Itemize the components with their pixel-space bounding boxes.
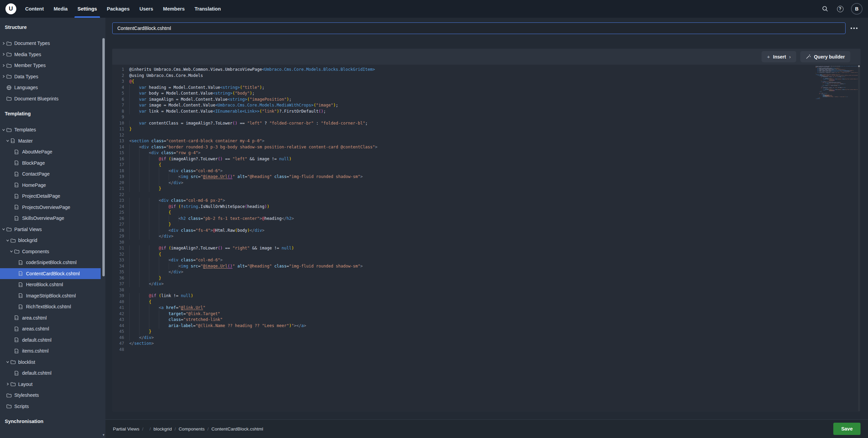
code-line[interactable]: </section> [129,341,861,347]
nav-item-packages[interactable]: Packages [107,0,130,18]
tree-item-default-cshtml[interactable]: default.cshtml [0,368,105,379]
tree-item-document-types[interactable]: Document Types [0,38,105,49]
tree-item-default-cshtml[interactable]: default.cshtml [0,335,105,346]
query-builder-button[interactable]: Query builder [800,51,850,62]
tree-item-aboutmepage[interactable]: AboutMePage [0,146,105,158]
breadcrumb-item-blockgrid[interactable]: blockgrid [153,426,172,432]
code-line[interactable]: { [129,210,861,216]
code-line[interactable]: { [129,252,861,258]
tree-item-blocklist[interactable]: blocklist [0,357,105,368]
code-line[interactable]: var link = Model.Content.Value<IEnumerab… [129,109,861,115]
chevron-right-icon[interactable] [2,64,6,67]
code-line[interactable]: <div class="col-md-6"> [129,168,861,174]
tree-item-richtextblock-cshtml[interactable]: RichTextBlock.cshtml [0,301,105,312]
tree-item-imagestripblock-cshtml[interactable]: ImageStripBlock.cshtml [0,290,105,302]
nav-item-users[interactable]: Users [139,0,153,18]
tree-item-areas-cshtml[interactable]: areas.cshtml [0,323,105,335]
chevron-right-icon[interactable] [2,75,6,78]
tree-item-blockgrid[interactable]: blockgrid [0,235,105,246]
code-line[interactable]: @{ [129,79,861,85]
user-avatar[interactable]: B [851,3,863,15]
help-icon[interactable]: ? [836,5,844,13]
code-line[interactable] [129,192,861,198]
code-line[interactable]: } [129,126,861,132]
code-line[interactable]: <div class="row g-4"> [129,150,861,156]
code-line[interactable]: </div> [129,281,861,287]
sidebar-scrollbar-thumb[interactable] [102,38,105,276]
code-line[interactable]: var imageAlign = Model.Content.Value<str… [129,97,861,103]
code-editor-content[interactable]: 1234567891011121314151617181920212223242… [112,65,861,412]
tree-item-skillsoverviewpage[interactable]: SkillsOverviewPage [0,213,105,224]
tree-item-codesnipetblock-cshtml[interactable]: codeSnipetBlock.cshtml [0,257,105,268]
nav-item-members[interactable]: Members [163,0,185,18]
code-line[interactable]: <div class="col-md-6 px-2"> [129,198,861,204]
code-line[interactable]: @if (imageAlign?.ToLower() == "right" &&… [129,245,861,252]
scroll-down-arrow-icon[interactable]: ▼ [102,433,105,437]
code-line[interactable] [129,347,861,353]
sidebar-scrollbar[interactable]: ▼ [102,36,105,438]
umbraco-logo-icon[interactable]: U [5,3,16,14]
chevron-down-icon[interactable] [10,250,14,253]
tree-item-blockpage[interactable]: BlockPage [0,158,105,169]
nav-item-media[interactable]: Media [54,0,68,18]
code-line[interactable] [129,287,861,293]
code-line[interactable]: <h2 class="pb-2 fs-1 text-center">@headi… [129,216,861,222]
tree-item-stylesheets[interactable]: Stylesheets [0,390,105,401]
tree-item-document-blueprints[interactable]: Document Blueprints [0,93,105,104]
save-button[interactable]: Save [833,423,861,435]
more-options-button[interactable] [848,22,861,34]
code-line[interactable]: </div> [129,180,861,186]
insert-button[interactable]: + Insert › [762,51,796,62]
tree-item-languages[interactable]: Languages [0,82,105,93]
code-line[interactable]: } [129,275,861,281]
code-line[interactable]: <div class="col-md-6"> [129,257,861,263]
tree-item-components[interactable]: Components [0,246,105,257]
editor-scrollbar-thumb[interactable] [858,65,860,67]
code-line[interactable]: <section class="content-card-block conta… [129,138,861,144]
code-line[interactable]: @if (link != null) [129,293,861,299]
code-line[interactable] [129,132,861,139]
tree-item-contentcardblock-cshtml[interactable]: ContentCardBlock.cshtml [0,268,101,279]
chevron-down-icon[interactable] [6,360,11,363]
tree-item-partial-views[interactable]: Partial Views [0,224,105,235]
chevron-right-icon[interactable] [6,383,11,386]
code-line[interactable]: var contentClass = imageAlign?.ToLower()… [129,120,861,127]
code-line[interactable]: </div> [129,269,861,275]
search-icon[interactable] [821,5,829,13]
chevron-down-icon[interactable] [6,139,11,142]
code-line[interactable]: aria-label="@(link.Name ?? heading ?? "L… [129,323,861,329]
nav-item-content[interactable]: Content [25,0,44,18]
code-line[interactable]: var body = Model.Content.Value<string>("… [129,91,861,97]
breadcrumb-item-contentcardblock-cshtml[interactable]: ContentCardBlock.cshtml [211,426,263,432]
code-line[interactable]: <img src="@image.Url()" alt="@heading" c… [129,174,861,180]
code-line[interactable]: <div class="fs-4">@Html.Raw(body)</div> [129,228,861,234]
chevron-down-icon[interactable] [6,239,11,242]
tree-item-data-types[interactable]: Data Types [0,71,105,82]
code-line[interactable]: @inherits Umbraco.Cms.Web.Common.Views.U… [129,67,861,73]
code-line[interactable]: { [129,162,861,168]
code-line[interactable]: var heading = Model.Content.Value<string… [129,85,861,91]
code-line[interactable]: <div class="border rounded-3 p-3 bg-body… [129,144,861,150]
tree-item-projectdetailpage[interactable]: ProjectDetailPage [0,191,105,202]
code-line[interactable]: { [129,299,861,305]
code-line[interactable]: <a href="@link.Url" [129,305,861,311]
code-line[interactable]: target="@link.Target" [129,311,861,317]
chevron-down-icon[interactable] [2,128,6,131]
tree-item-master[interactable]: Master [0,135,105,147]
code-line[interactable]: } [129,186,861,192]
tree-item-items-cshtml[interactable]: items.cshtml [0,345,105,357]
code-line[interactable] [129,114,861,120]
breadcrumb-item-components[interactable]: Components [179,426,205,432]
code-line[interactable]: } [129,329,861,335]
tree-item-heroblock-cshtml[interactable]: HeroBlock.cshtml [0,279,105,290]
nav-item-settings[interactable]: Settings [78,0,97,18]
nav-item-translation[interactable]: Translation [195,0,221,18]
code-line[interactable]: @if (imageAlign?.ToLower() == "left" && … [129,156,861,162]
tree-item-projectsoverviewpage[interactable]: ProjectsOverviewPage [0,202,105,213]
chevron-down-icon[interactable] [2,228,6,231]
tree-item-homepage[interactable]: HomePage [0,180,105,191]
code-line[interactable] [129,240,861,246]
tree-item-scripts[interactable]: Scripts [0,401,105,412]
editor-scrollbar[interactable] [858,65,860,411]
code-line[interactable]: <img src="@image.Url()" alt="@heading" c… [129,263,861,270]
